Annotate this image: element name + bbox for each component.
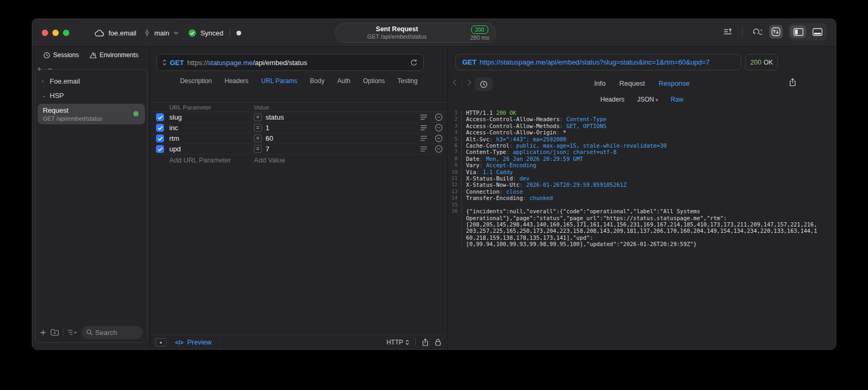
protocol-selector[interactable]: HTTP bbox=[387, 339, 409, 346]
add-value-button[interactable]: Add Value bbox=[254, 156, 447, 164]
export-response-icon[interactable] bbox=[789, 78, 797, 87]
tab-body[interactable]: Body bbox=[310, 77, 324, 85]
equals-operator-icon[interactable]: = bbox=[254, 134, 262, 142]
request-response-view-button[interactable] bbox=[769, 25, 783, 39]
param-name[interactable]: upd bbox=[169, 145, 254, 153]
tab-environments[interactable]: Environments bbox=[89, 51, 138, 59]
response-raw-view[interactable]: 1HTTP/1.1 200 OK2Access-Control-Allow-He… bbox=[448, 107, 836, 349]
line-number: 16 bbox=[448, 208, 462, 214]
row-options-icon[interactable] bbox=[420, 114, 427, 120]
sync-loop-button[interactable] bbox=[750, 25, 764, 39]
chevron-down-icon[interactable] bbox=[173, 31, 179, 35]
search-input[interactable]: Search bbox=[81, 326, 143, 339]
url-params-table: URL Parameter Value slug=statusinc=1rtm=… bbox=[150, 102, 447, 165]
tab-auth[interactable]: Auth bbox=[337, 77, 350, 85]
tree-item-foe-email[interactable]: › Foe.email bbox=[35, 74, 147, 88]
response-tab-response[interactable]: Response bbox=[659, 79, 690, 87]
branch-name[interactable]: main bbox=[154, 29, 169, 37]
request-duration: 280 ms bbox=[470, 34, 489, 41]
collapse-panel-button[interactable]: ▲ bbox=[155, 338, 167, 347]
chevron-right-icon[interactable]: › bbox=[42, 78, 46, 84]
tab-url-params[interactable]: URL Params bbox=[261, 77, 297, 85]
tab-sessions[interactable]: Sessions bbox=[43, 51, 79, 59]
tab-testing[interactable]: Testing bbox=[398, 77, 418, 85]
footer-icons-separator bbox=[415, 338, 416, 346]
sent-request-url[interactable]: GET https://statuspage.me/api/embed/stat… bbox=[455, 54, 741, 70]
response-subtab-raw[interactable]: Raw bbox=[671, 96, 683, 103]
line-number bbox=[448, 228, 462, 234]
zoom-window-button[interactable] bbox=[63, 30, 69, 36]
param-checkbox-checked[interactable] bbox=[156, 124, 164, 132]
line-number bbox=[448, 221, 462, 228]
column-header-value: Value bbox=[254, 104, 447, 111]
share-icon[interactable] bbox=[422, 338, 429, 347]
synced-check-icon bbox=[188, 29, 196, 37]
row-options-icon[interactable] bbox=[420, 125, 427, 131]
toggle-bottom-panel-button[interactable] bbox=[809, 25, 825, 38]
param-name[interactable]: inc bbox=[169, 124, 254, 132]
import-export-button[interactable] bbox=[721, 25, 735, 39]
equals-operator-icon[interactable]: = bbox=[254, 113, 262, 121]
add-url-parameter-button[interactable]: Add URL Parameter bbox=[169, 156, 254, 164]
sidebar-item-request-selected[interactable]: Request GET /api/embed/status bbox=[38, 104, 145, 124]
param-value[interactable]: 1 bbox=[266, 124, 269, 132]
param-checkbox-checked[interactable] bbox=[156, 145, 164, 153]
environments-icon bbox=[89, 52, 97, 59]
protocol-label: HTTP bbox=[387, 339, 403, 346]
remove-row-icon[interactable] bbox=[435, 145, 443, 153]
line-number: 3 bbox=[448, 123, 462, 129]
check-icon bbox=[158, 115, 163, 120]
tab-description[interactable]: Description bbox=[180, 77, 212, 85]
request-item-subtitle: GET /api/embed/status bbox=[43, 115, 140, 122]
response-request-url: https://statuspage.me/api/embed/status?s… bbox=[480, 58, 710, 66]
close-window-button[interactable] bbox=[42, 30, 48, 36]
add-request-icon[interactable] bbox=[40, 329, 47, 336]
sidebar: Sessions Environments + − › Foe.email ⌄ … bbox=[32, 47, 150, 349]
param-name[interactable]: slug bbox=[169, 113, 254, 121]
param-value[interactable]: 60 bbox=[266, 134, 273, 142]
project-name[interactable]: foe.email bbox=[108, 29, 136, 37]
remove-row-icon[interactable] bbox=[435, 134, 443, 142]
row-options-icon[interactable] bbox=[420, 146, 427, 152]
table-header: URL Parameter Value bbox=[150, 102, 447, 112]
remove-row-icon[interactable] bbox=[435, 113, 443, 121]
new-folder-icon[interactable] bbox=[50, 329, 59, 336]
request-method[interactable]: GET bbox=[170, 59, 184, 67]
remove-row-icon[interactable] bbox=[435, 124, 443, 132]
status-code-badge: 200 bbox=[471, 25, 488, 34]
request-url[interactable]: https://statuspage.me/api/embed/status bbox=[187, 59, 307, 67]
request-status-dot bbox=[133, 111, 139, 116]
tree-item-hsp[interactable]: ⌄ HSP bbox=[35, 88, 147, 103]
param-value[interactable]: status bbox=[266, 113, 284, 121]
sent-request-status-pill[interactable]: Sent Request GET /api/embed/status 200 2… bbox=[335, 23, 496, 43]
code-line: [0,99.94,100,99.93,99.98,99.95,100],"upd… bbox=[448, 241, 836, 247]
preview-button[interactable]: </> Preview bbox=[175, 338, 212, 346]
param-checkbox-checked[interactable] bbox=[156, 113, 164, 121]
response-subtab-headers[interactable]: Headers bbox=[600, 96, 624, 103]
tab-headers[interactable]: Headers bbox=[224, 77, 248, 85]
equals-operator-icon[interactable]: = bbox=[254, 145, 262, 153]
response-subtab-json[interactable]: JSON▾ bbox=[637, 96, 658, 103]
code-line: 12X-Status-Now-Utc: 2026-01-26T20:29:59.… bbox=[448, 182, 836, 188]
chevron-down-icon[interactable]: ⌄ bbox=[42, 93, 46, 98]
param-checkbox-checked[interactable] bbox=[156, 134, 164, 142]
param-name[interactable]: rtm bbox=[169, 134, 254, 142]
url-host: statuspage.me bbox=[208, 59, 253, 67]
request-url-bar[interactable]: GET https://statuspage.me/api/embed/stat… bbox=[157, 54, 424, 71]
swap-arrows-box-icon bbox=[771, 27, 781, 37]
response-tab-request[interactable]: Request bbox=[619, 79, 645, 87]
row-options-icon[interactable] bbox=[420, 135, 427, 141]
minimize-window-button[interactable] bbox=[52, 30, 59, 36]
lock-icon[interactable] bbox=[435, 338, 441, 346]
param-value[interactable]: 7 bbox=[266, 145, 269, 153]
code-line-content: [208,205,145,298,443,140,160,165,171,161… bbox=[462, 221, 817, 228]
tab-options[interactable]: Options bbox=[363, 77, 385, 85]
refresh-icon[interactable] bbox=[410, 59, 418, 67]
sync-status[interactable]: Synced bbox=[200, 29, 223, 37]
sort-list-icon[interactable] bbox=[67, 329, 78, 335]
method-stepper-icon[interactable] bbox=[162, 59, 167, 66]
response-tab-info[interactable]: Info bbox=[594, 79, 606, 87]
check-icon bbox=[158, 137, 163, 141]
equals-operator-icon[interactable]: = bbox=[254, 124, 262, 132]
toggle-sidebar-button[interactable] bbox=[790, 25, 806, 38]
